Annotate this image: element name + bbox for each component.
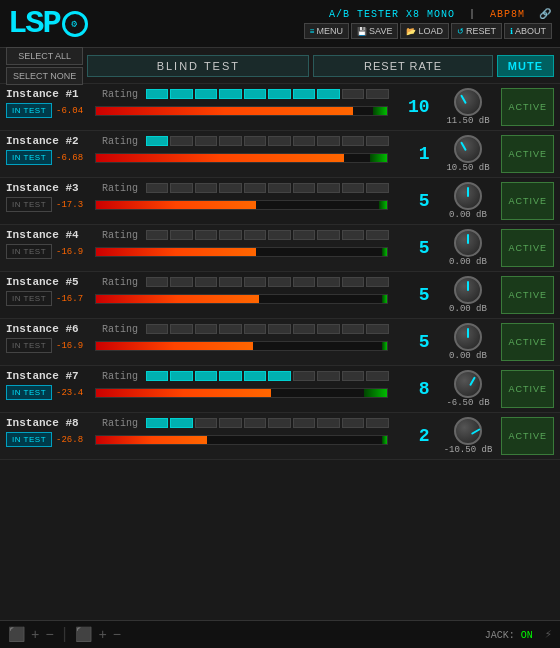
knob[interactable] [454, 323, 482, 351]
meter-bar [95, 294, 388, 304]
rating-cell [366, 418, 388, 428]
rating-cell [268, 89, 290, 99]
instance-row: Instance #3 Rating IN TEST -17.3 5 [0, 178, 560, 225]
instance-score: 8 [399, 379, 429, 399]
jack-on: ON [521, 630, 533, 641]
instance-main: Instance #1 Rating IN TEST -6.04 10 [6, 88, 554, 126]
knob[interactable] [454, 229, 482, 257]
rating-cell [366, 324, 388, 334]
rating-cell [244, 324, 266, 334]
rating-cell [219, 277, 241, 287]
about-button[interactable]: ℹ ABOUT [504, 23, 552, 39]
instance-top: Instance #7 Rating [6, 370, 388, 382]
instance-row: Instance #4 Rating IN TEST -16.9 5 [0, 225, 560, 272]
rating-cell [317, 183, 339, 193]
footer-sub-1[interactable]: − [45, 627, 53, 643]
in-test-button[interactable]: IN TEST [6, 244, 52, 259]
footer-icon-1[interactable]: ⬛ [8, 626, 25, 643]
knob[interactable] [454, 135, 482, 163]
rating-bar [146, 324, 388, 334]
meter-fill-red [96, 107, 352, 115]
rating-cell [146, 418, 168, 428]
active-button[interactable]: ACTIVE [501, 276, 554, 314]
active-button[interactable]: ACTIVE [501, 370, 554, 408]
active-button[interactable]: ACTIVE [501, 323, 554, 361]
in-test-button[interactable]: IN TEST [6, 432, 52, 447]
instance-row: Instance #5 Rating IN TEST -16.7 5 [0, 272, 560, 319]
active-button[interactable]: ACTIVE [501, 88, 554, 126]
active-button[interactable]: ACTIVE [501, 229, 554, 267]
rating-cell [293, 183, 315, 193]
rating-cell [244, 183, 266, 193]
knob[interactable] [454, 370, 482, 398]
in-test-button[interactable]: IN TEST [6, 338, 52, 353]
instance-name: Instance #7 [6, 370, 96, 382]
rating-bar [146, 89, 388, 99]
instance-row: Instance #8 Rating IN TEST -26.8 2 [0, 413, 560, 460]
active-button[interactable]: ACTIVE [501, 135, 554, 173]
footer-icon-2[interactable]: ⬛ [75, 626, 92, 643]
rating-cell [317, 277, 339, 287]
rating-cell [342, 277, 364, 287]
rating-cell [219, 230, 241, 240]
rating-cell [317, 418, 339, 428]
load-button[interactable]: 📂 LOAD [400, 23, 449, 39]
rating-cell [244, 136, 266, 146]
active-button[interactable]: ACTIVE [501, 417, 554, 455]
ab-label: A/B TESTER X8 MONO [329, 9, 455, 20]
knob[interactable] [454, 88, 482, 116]
meter-fill-green [370, 154, 387, 162]
rating-cell [317, 371, 339, 381]
knob-area: -6.50 dB [440, 370, 495, 408]
rating-cell [195, 183, 217, 193]
db-value: -16.9 [56, 247, 91, 257]
footer-add-1[interactable]: + [31, 627, 39, 643]
mute-button[interactable]: MUTE [497, 55, 554, 77]
rating-cell [366, 136, 388, 146]
save-button[interactable]: 💾 SAVE [351, 23, 398, 39]
active-button[interactable]: ACTIVE [501, 182, 554, 220]
select-all-button[interactable]: SELECT ALL [6, 47, 83, 65]
rating-cell [146, 324, 168, 334]
header-right: A/B TESTER X8 MONO | ABP8M 🔗 ≡ MENU 💾 SA… [304, 8, 552, 39]
instance-score: 5 [399, 285, 429, 305]
meter-fill-green [379, 201, 388, 209]
rating-cell [293, 230, 315, 240]
reset-rate-button[interactable]: RESET RATE [313, 55, 493, 77]
knob-area: 0.00 dB [440, 182, 495, 220]
rating-cell [293, 277, 315, 287]
blind-test-button[interactable]: BLIND TEST [87, 55, 309, 77]
rating-cell [146, 230, 168, 240]
instance-top: Instance #3 Rating [6, 182, 388, 194]
db-value: -16.7 [56, 294, 91, 304]
instance-bottom: IN TEST -16.9 [6, 338, 388, 353]
reset-button[interactable]: ↺ RESET [451, 23, 502, 39]
rating-cell [195, 136, 217, 146]
in-test-button[interactable]: IN TEST [6, 385, 52, 400]
rating-cell [366, 89, 388, 99]
rating-cell [244, 89, 266, 99]
instance-top: Instance #6 Rating [6, 323, 388, 335]
footer-sub-2[interactable]: − [113, 627, 121, 643]
knob[interactable] [454, 276, 482, 304]
knob[interactable] [454, 417, 482, 445]
in-test-button[interactable]: IN TEST [6, 103, 52, 118]
knob-area: 10.50 dB [440, 135, 495, 173]
knob[interactable] [454, 182, 482, 210]
instance-bottom: IN TEST -23.4 [6, 385, 388, 400]
select-none-button[interactable]: SELECT NONE [6, 67, 83, 85]
in-test-button[interactable]: IN TEST [6, 150, 52, 165]
rating-bar [146, 277, 388, 287]
menu-button[interactable]: ≡ MENU [304, 23, 349, 39]
meter-bar [95, 341, 388, 351]
rating-cell [268, 136, 290, 146]
rating-label: Rating [102, 418, 138, 429]
meter-bar [95, 435, 388, 445]
footer-add-2[interactable]: + [98, 627, 106, 643]
in-test-button[interactable]: IN TEST [6, 291, 52, 306]
in-test-button[interactable]: IN TEST [6, 197, 52, 212]
meter-fill-green [382, 248, 388, 256]
rating-cell [268, 277, 290, 287]
rating-cell [317, 230, 339, 240]
rating-cell [366, 277, 388, 287]
